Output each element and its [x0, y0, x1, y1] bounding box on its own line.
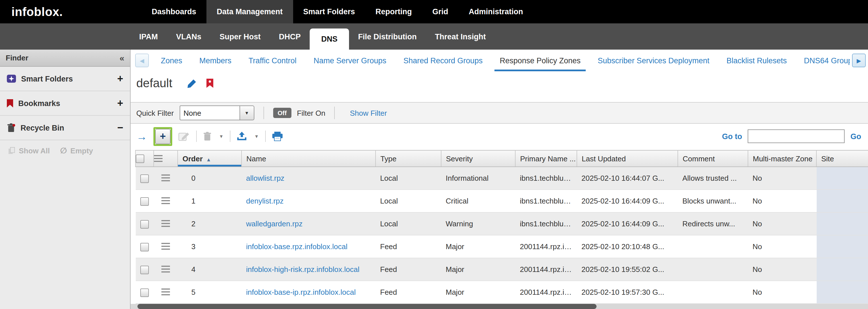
row-checkbox[interactable]	[140, 197, 149, 206]
dns-subtab[interactable]: Zones	[152, 50, 191, 71]
sub-nav-item[interactable]: DNS	[310, 29, 349, 50]
export-dropdown-caret[interactable]: ▼	[254, 134, 259, 139]
edit-page-button[interactable]	[187, 79, 197, 88]
dns-subtab[interactable]: Name Server Groups	[305, 50, 395, 71]
dns-subtab[interactable]: Response Policy Zones	[491, 50, 589, 71]
add-smart-folder-button[interactable]: +	[117, 73, 123, 84]
zone-name-link[interactable]: infoblox-base.rpz.infoblox.local	[246, 242, 348, 251]
delete-dropdown-caret[interactable]: ▼	[219, 134, 223, 139]
edit-button[interactable]	[179, 131, 190, 142]
cell-name: infoblox-base-ip.rpz.infoblox.local	[242, 281, 376, 304]
bookmark-page-button[interactable]	[206, 79, 214, 88]
print-button[interactable]	[272, 131, 283, 141]
collapse-finder-button[interactable]: «	[120, 53, 124, 63]
zone-name-link[interactable]: walledgarden.rpz	[246, 219, 303, 228]
export-button[interactable]	[237, 132, 247, 141]
sidebar-item-smart-folders[interactable]: Smart Folders +	[0, 67, 130, 91]
sub-nav: IPAM VLANs Super Host DHCP DNS File Dist…	[130, 23, 495, 50]
filter-toggle-off-badge[interactable]: Off	[273, 108, 291, 118]
sidebar-item-bookmarks[interactable]: Bookmarks +	[0, 91, 130, 116]
column-header-severity[interactable]: Severity	[441, 150, 515, 167]
cell-multi-master: No	[748, 190, 816, 212]
row-menu-icon[interactable]	[161, 220, 170, 228]
sub-nav-item[interactable]: Threat Insight	[426, 23, 495, 50]
empty-link[interactable]: Empty	[70, 146, 93, 155]
cell-order: 5	[178, 281, 242, 304]
top-nav-item[interactable]: Data Management	[207, 0, 293, 23]
show-all-link[interactable]: Show All	[19, 146, 50, 155]
row-menu-icon[interactable]	[161, 289, 170, 297]
table-row: 2 walledgarden.rpz Local Warning ibns1.t…	[135, 212, 868, 235]
top-nav-item[interactable]: Grid	[422, 0, 459, 23]
add-button[interactable]: +	[155, 129, 170, 144]
tabs-scroll-left-button[interactable]: ◀	[135, 54, 149, 67]
horizontal-scrollbar[interactable]	[131, 304, 868, 309]
go-button[interactable]: Go	[850, 132, 862, 141]
cell-multi-master: No	[748, 167, 816, 190]
sub-nav-item[interactable]: IPAM	[130, 23, 167, 50]
delete-button[interactable]	[203, 132, 212, 141]
column-header-comment[interactable]: Comment	[678, 150, 748, 167]
sub-nav-item[interactable]: File Distribution	[349, 23, 426, 50]
horizontal-scrollbar-thumb[interactable]	[137, 304, 596, 309]
tabs-scroll-right-button[interactable]: ▶	[852, 54, 866, 67]
cell-last-updated: 2025-02-10 19:55:02 G...	[577, 258, 678, 281]
goto-label: Go to	[722, 132, 742, 141]
quick-filter-select[interactable]: None ▼	[179, 105, 254, 120]
table-row: 5 infoblox-base-ip.rpz.infoblox.local Fe…	[135, 281, 868, 304]
row-checkbox[interactable]	[140, 266, 149, 274]
row-menu-icon[interactable]	[161, 175, 170, 183]
cell-site	[816, 212, 868, 235]
sub-nav-item[interactable]: DHCP	[270, 23, 310, 50]
sidebar-item-recycle-bin[interactable]: Recycle Bin −	[0, 116, 130, 140]
sub-nav-item[interactable]: VLANs	[167, 23, 211, 50]
smart-folders-icon	[7, 75, 16, 83]
cell-name: infoblox-base.rpz.infoblox.local	[242, 235, 376, 258]
show-filter-link[interactable]: Show Filter	[350, 109, 387, 117]
row-checkbox[interactable]	[140, 288, 149, 297]
row-checkbox[interactable]	[140, 220, 149, 228]
column-header-order[interactable]: Order▲	[178, 150, 242, 167]
cell-type: Feed	[376, 258, 441, 281]
infoblox-logo: infoblox.	[0, 0, 142, 23]
row-checkbox[interactable]	[140, 174, 149, 183]
dns-subtab[interactable]: DNS64 Group	[795, 50, 850, 71]
column-header-site[interactable]: Site	[816, 150, 868, 167]
cell-comment	[678, 281, 748, 304]
column-header-name[interactable]: Name	[242, 150, 376, 167]
table-menu-icon[interactable]	[154, 155, 162, 163]
row-menu-icon[interactable]	[161, 243, 170, 251]
column-header-last-updated[interactable]: Last Updated	[577, 150, 678, 167]
dns-subtab[interactable]: Shared Record Groups	[395, 50, 491, 71]
cell-name: denylist.rpz	[242, 190, 376, 212]
column-header-primary-name[interactable]: Primary Name ...	[515, 150, 577, 167]
select-all-checkbox[interactable]	[136, 154, 144, 163]
dns-subtab[interactable]: Members	[191, 50, 240, 71]
forward-arrow-button[interactable]: →	[136, 131, 147, 142]
row-checkbox[interactable]	[140, 243, 149, 251]
top-nav-item[interactable]: Smart Folders	[293, 0, 365, 23]
row-menu-icon[interactable]	[161, 197, 170, 206]
zone-name-link[interactable]: allowlist.rpz	[246, 174, 284, 182]
zone-name-link[interactable]: denylist.rpz	[246, 197, 284, 205]
top-nav-item[interactable]: Dashboards	[142, 0, 207, 23]
row-menu-icon[interactable]	[161, 266, 170, 274]
zone-name-link[interactable]: infoblox-base-ip.rpz.infoblox.local	[246, 288, 355, 297]
column-header-multi-master[interactable]: Multi-master Zone	[748, 150, 816, 167]
top-nav-item[interactable]: Reporting	[365, 0, 422, 23]
top-nav-item[interactable]: Administration	[459, 0, 533, 23]
cell-primary-name: ibns1.techblue....	[515, 212, 577, 235]
chevron-down-icon[interactable]: ▼	[240, 105, 254, 120]
cell-multi-master: No	[748, 258, 816, 281]
separator	[196, 130, 197, 142]
add-bookmark-button[interactable]: +	[117, 98, 123, 108]
cell-primary-name: ibns1.techblue....	[515, 167, 577, 190]
toggle-recycle-bin-button[interactable]: −	[117, 123, 123, 133]
zone-name-link[interactable]: infoblox-high-risk.rpz.infoblox.local	[246, 265, 359, 274]
sub-nav-item[interactable]: Super Host	[211, 23, 270, 50]
dns-subtab[interactable]: Traffic Control	[240, 50, 305, 71]
dns-subtab[interactable]: Blacklist Rulesets	[718, 50, 796, 71]
goto-input[interactable]	[748, 129, 845, 143]
column-header-type[interactable]: Type	[376, 150, 441, 167]
dns-subtab[interactable]: Subscriber Services Deployment	[589, 50, 718, 71]
